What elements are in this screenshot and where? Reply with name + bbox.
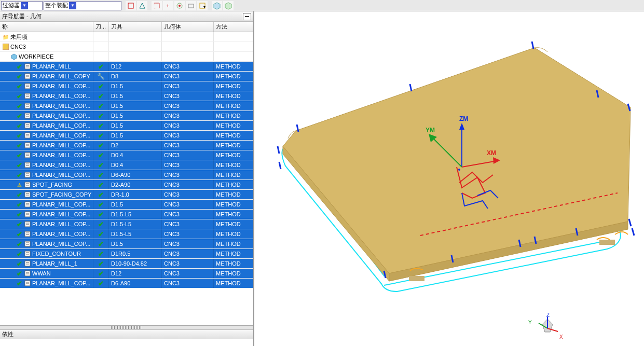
- cell-tool: D2-A90: [109, 180, 162, 189]
- operation-tree[interactable]: 📁未用项CNC3WORKPIECE✔PLANAR_MILL✔D12CNC3MET…: [0, 32, 253, 325]
- tree-node[interactable]: CNC3: [0, 42, 253, 52]
- cell-geom: CNC3: [162, 111, 214, 120]
- tree-node[interactable]: WORKPIECE: [0, 52, 253, 62]
- operation-row[interactable]: ✔FIXED_CONTOUR✔D1R0.5CNC3METHOD: [0, 249, 253, 259]
- toolbar-icon-5[interactable]: [174, 1, 185, 10]
- check-icon: ✔: [16, 152, 23, 158]
- svg-rect-6: [188, 4, 194, 8]
- toolbar-icon-6[interactable]: [186, 1, 196, 10]
- svg-point-5: [179, 5, 181, 7]
- operation-row[interactable]: ✔PLANAR_MILL_COP...✔D1.5-L5CNC3METHOD: [0, 219, 253, 229]
- cell-method: METHOD: [214, 170, 253, 179]
- svg-line-91: [279, 162, 281, 169]
- operation-row[interactable]: ✔SPOT_FACING_COPY✔DR-1.0CNC3METHOD: [0, 190, 253, 200]
- operation-name: PLANAR_MILL_COPY: [32, 73, 90, 79]
- node-label: WORKPIECE: [19, 53, 53, 60]
- status-check-icon: ✔: [98, 151, 104, 159]
- operation-row[interactable]: ✔PLANAR_MILL_1✔D10-90-D4.82CNC3METHOD: [0, 259, 253, 269]
- col-header-tool[interactable]: 刀具: [109, 22, 162, 32]
- cell-tool: D12: [109, 269, 162, 278]
- toolbar-icon-3[interactable]: [152, 1, 162, 10]
- col-header-geom[interactable]: 几何体: [162, 22, 214, 32]
- operation-row[interactable]: ✔PLANAR_MILL_COP...✔D6-A90CNC3METHOD: [0, 170, 253, 180]
- panel-collapse-icon[interactable]: [243, 13, 251, 20]
- operation-row[interactable]: ✔PLANAR_MILL_COP...✔D1.5-L5CNC3METHOD: [0, 210, 253, 219]
- svg-rect-77: [25, 271, 30, 276]
- triad-label-z: Z: [546, 312, 550, 318]
- cell-tool: D1.5: [109, 121, 162, 130]
- filter-combo[interactable]: 过滤器 ▼: [1, 1, 43, 10]
- toolbar-icon-7[interactable]: ▾: [197, 1, 208, 10]
- status-check-icon: ✔: [98, 102, 104, 110]
- toolbar-icon-cube[interactable]: [212, 1, 222, 10]
- operation-icon: [24, 142, 31, 148]
- operation-icon: [24, 73, 31, 79]
- operation-row[interactable]: ✔PLANAR_MILL_COP...✔D6-A90CNC3METHOD: [0, 279, 253, 288]
- chevron-down-icon: ▼: [69, 2, 76, 9]
- svg-rect-101: [599, 240, 615, 245]
- svg-rect-59: [25, 212, 30, 217]
- operation-name: PLANAR_MILL_COP...: [32, 201, 90, 207]
- operation-row[interactable]: ✔PLANAR_MILL_COP...✔D0.4CNC3METHOD: [0, 150, 253, 160]
- triad-label-y: Y: [528, 320, 532, 325]
- status-check-icon: ✔: [98, 171, 104, 179]
- operation-name: PLANAR_MILL_1: [32, 260, 77, 267]
- operation-row[interactable]: ✔PLANAR_MILL_COP...✔D0.4CNC3METHOD: [0, 160, 253, 170]
- toolbar-icon-1[interactable]: [126, 1, 136, 10]
- svg-rect-68: [25, 241, 30, 246]
- cell-method: METHOD: [214, 72, 253, 81]
- operation-icon: [24, 251, 31, 257]
- assembly-combo[interactable]: 整个装配 ▼: [44, 1, 121, 10]
- operation-row[interactable]: ✔PLANAR_MILL✔D12CNC3METHOD: [0, 62, 253, 72]
- svg-rect-14: [25, 64, 30, 69]
- viewport-3d[interactable]: ZM YM XM X Y Z: [254, 11, 644, 346]
- operation-row[interactable]: ✔PLANAR_MILL_COPY🔧D8CNC3METHOD: [0, 72, 253, 81]
- status-check-icon: ✔: [98, 250, 104, 258]
- cell-method: METHOD: [214, 62, 253, 71]
- operation-name: PLANAR_MILL_COP...: [32, 83, 90, 89]
- toolbar-icon-4[interactable]: +: [163, 1, 173, 10]
- cell-method: METHOD: [214, 150, 253, 160]
- axis-label-z: ZM: [459, 115, 468, 122]
- folder-icon: 📁: [2, 34, 9, 40]
- cell-tool: D1.5: [109, 111, 162, 120]
- operation-row[interactable]: ✔PLANAR_MILL_COP...✔D1.5CNC3METHOD: [0, 81, 253, 91]
- operation-row[interactable]: ✔PLANAR_MILL_COP...✔D1.5CNC3METHOD: [0, 200, 253, 210]
- operation-row[interactable]: ⚠SPOT_FACING✔D2-A90CNC3METHOD: [0, 180, 253, 190]
- cell-geom: CNC3: [162, 239, 214, 248]
- col-header-method[interactable]: 方法: [214, 22, 253, 32]
- operation-icon: [24, 241, 31, 247]
- operation-row[interactable]: ✔PLANAR_MILL_COP...✔D1.5CNC3METHOD: [0, 131, 253, 141]
- operation-row[interactable]: ✔PLANAR_MILL_COP...✔D1.5CNC3METHOD: [0, 91, 253, 101]
- col-header-check[interactable]: 刀...: [93, 22, 109, 32]
- operation-row[interactable]: ✔PLANAR_MILL_COP...✔D1.5CNC3METHOD: [0, 239, 253, 249]
- operation-icon: [24, 191, 31, 198]
- cell-geom: CNC3: [162, 91, 214, 101]
- svg-rect-100: [409, 276, 424, 281]
- check-icon: ✔: [16, 191, 23, 198]
- operation-row[interactable]: ✔PLANAR_MILL_COP...✔D1.5CNC3METHOD: [0, 111, 253, 121]
- operation-row[interactable]: ✔PLANAR_MILL_COP...✔D1.5CNC3METHOD: [0, 121, 253, 131]
- operation-row[interactable]: ✔PLANAR_MILL_COP...✔D2CNC3METHOD: [0, 141, 253, 150]
- svg-rect-32: [25, 123, 30, 128]
- operation-row[interactable]: ✔PLANAR_MILL_COP...✔D1.5-L5CNC3METHOD: [0, 229, 253, 239]
- status-check-icon: ✔: [98, 270, 104, 278]
- status-check-icon: ✔: [98, 201, 104, 209]
- toolbar-icon-cube2[interactable]: [223, 1, 234, 10]
- tree-node[interactable]: 📁未用项: [0, 32, 253, 42]
- col-header-name[interactable]: 称: [0, 22, 93, 32]
- cell-tool: D1.5: [109, 131, 162, 140]
- cell-geom: CNC3: [162, 210, 214, 219]
- operation-row[interactable]: ✔WWAN✔D12CNC3METHOD: [0, 269, 253, 279]
- cell-geom: CNC3: [162, 150, 214, 160]
- svg-marker-10: [225, 3, 231, 9]
- cell-tool: D12: [109, 62, 162, 71]
- operation-icon: [24, 270, 31, 276]
- splitter-handle[interactable]: [0, 325, 253, 329]
- dependency-area: [0, 339, 253, 346]
- operation-row[interactable]: ✔PLANAR_MILL_COP...✔D1.5CNC3METHOD: [0, 101, 253, 111]
- svg-text:+: +: [166, 3, 169, 9]
- main-area: 序导航器 - 几何 称 刀... 刀具 几何体 方法 📁未用项CNC3WORKP…: [0, 11, 644, 346]
- toolbar-icon-2[interactable]: [137, 1, 147, 10]
- cell-geom: CNC3: [162, 121, 214, 130]
